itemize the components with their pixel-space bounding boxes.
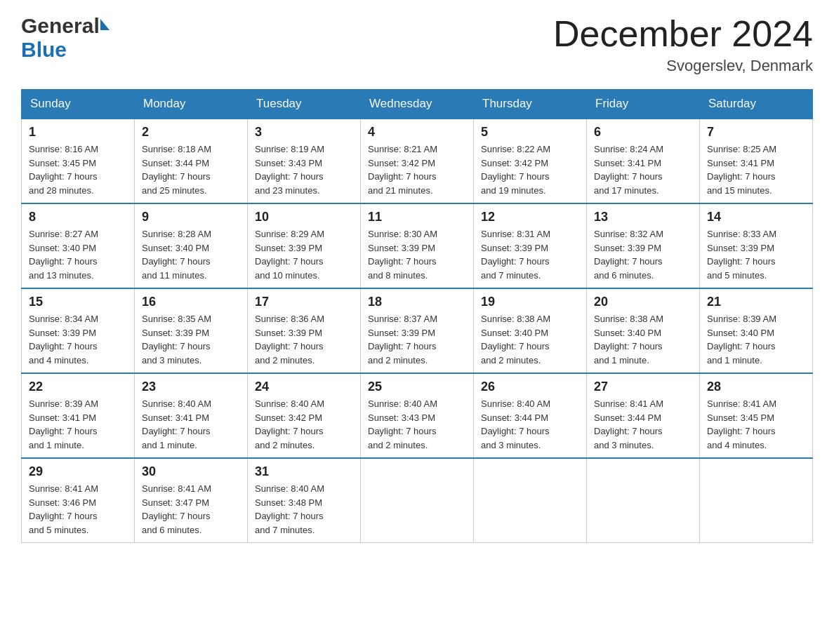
calendar-cell: 20Sunrise: 8:38 AMSunset: 3:40 PMDayligh…	[587, 288, 700, 373]
day-info: Sunrise: 8:36 AMSunset: 3:39 PMDaylight:…	[255, 312, 353, 367]
header-day-sunday: Sunday	[22, 90, 135, 119]
calendar-cell: 18Sunrise: 8:37 AMSunset: 3:39 PMDayligh…	[361, 288, 474, 373]
day-number: 14	[707, 210, 805, 224]
day-info: Sunrise: 8:40 AMSunset: 3:42 PMDaylight:…	[255, 397, 353, 452]
day-info: Sunrise: 8:30 AMSunset: 3:39 PMDaylight:…	[368, 227, 466, 282]
calendar-cell: 16Sunrise: 8:35 AMSunset: 3:39 PMDayligh…	[135, 288, 248, 373]
day-info: Sunrise: 8:41 AMSunset: 3:44 PMDaylight:…	[594, 397, 692, 452]
header-day-monday: Monday	[135, 90, 248, 119]
day-number: 8	[29, 210, 127, 224]
calendar-cell: 6Sunrise: 8:24 AMSunset: 3:41 PMDaylight…	[587, 119, 700, 203]
day-info: Sunrise: 8:22 AMSunset: 3:42 PMDaylight:…	[481, 142, 579, 197]
day-number: 20	[594, 295, 692, 309]
day-number: 26	[481, 380, 579, 394]
day-info: Sunrise: 8:21 AMSunset: 3:42 PMDaylight:…	[368, 142, 466, 197]
calendar-header-row: SundayMondayTuesdayWednesdayThursdayFrid…	[22, 90, 813, 119]
calendar-cell: 15Sunrise: 8:34 AMSunset: 3:39 PMDayligh…	[22, 288, 135, 373]
day-number: 30	[142, 464, 240, 479]
week-row-2: 8Sunrise: 8:27 AMSunset: 3:40 PMDaylight…	[22, 203, 813, 288]
calendar-cell: 3Sunrise: 8:19 AMSunset: 3:43 PMDaylight…	[248, 119, 361, 203]
logo-blue-text: Blue	[21, 38, 67, 62]
header-day-saturday: Saturday	[700, 90, 813, 119]
day-info: Sunrise: 8:27 AMSunset: 3:40 PMDaylight:…	[29, 227, 127, 282]
calendar-table: SundayMondayTuesdayWednesdayThursdayFrid…	[21, 89, 813, 543]
calendar-cell: 17Sunrise: 8:36 AMSunset: 3:39 PMDayligh…	[248, 288, 361, 373]
day-number: 6	[594, 125, 692, 140]
calendar-cell: 25Sunrise: 8:40 AMSunset: 3:43 PMDayligh…	[361, 373, 474, 458]
day-info: Sunrise: 8:40 AMSunset: 3:43 PMDaylight:…	[368, 397, 466, 452]
day-number: 27	[594, 380, 692, 394]
header-day-wednesday: Wednesday	[361, 90, 474, 119]
calendar-cell: 9Sunrise: 8:28 AMSunset: 3:40 PMDaylight…	[135, 203, 248, 288]
day-number: 3	[255, 125, 353, 140]
day-number: 9	[142, 210, 240, 224]
calendar-cell: 7Sunrise: 8:25 AMSunset: 3:41 PMDaylight…	[700, 119, 813, 203]
day-info: Sunrise: 8:35 AMSunset: 3:39 PMDaylight:…	[142, 312, 240, 367]
calendar-cell: 2Sunrise: 8:18 AMSunset: 3:44 PMDaylight…	[135, 119, 248, 203]
day-info: Sunrise: 8:40 AMSunset: 3:41 PMDaylight:…	[142, 397, 240, 452]
day-number: 5	[481, 125, 579, 140]
day-number: 23	[142, 380, 240, 394]
week-row-1: 1Sunrise: 8:16 AMSunset: 3:45 PMDaylight…	[22, 119, 813, 203]
day-info: Sunrise: 8:40 AMSunset: 3:44 PMDaylight:…	[481, 397, 579, 452]
calendar-cell: 11Sunrise: 8:30 AMSunset: 3:39 PMDayligh…	[361, 203, 474, 288]
day-number: 24	[255, 380, 353, 394]
day-number: 11	[368, 210, 466, 224]
day-number: 28	[707, 380, 805, 394]
day-info: Sunrise: 8:16 AMSunset: 3:45 PMDaylight:…	[29, 142, 127, 197]
day-info: Sunrise: 8:39 AMSunset: 3:41 PMDaylight:…	[29, 397, 127, 452]
day-number: 10	[255, 210, 353, 224]
day-number: 1	[29, 125, 127, 140]
day-number: 2	[142, 125, 240, 140]
header-day-tuesday: Tuesday	[248, 90, 361, 119]
day-number: 13	[594, 210, 692, 224]
calendar-cell: 5Sunrise: 8:22 AMSunset: 3:42 PMDaylight…	[474, 119, 587, 203]
page-header: General Blue December 2024 Svogerslev, D…	[21, 14, 813, 75]
day-info: Sunrise: 8:31 AMSunset: 3:39 PMDaylight:…	[481, 227, 579, 282]
day-number: 22	[29, 380, 127, 394]
day-number: 16	[142, 295, 240, 309]
calendar-cell: 22Sunrise: 8:39 AMSunset: 3:41 PMDayligh…	[22, 373, 135, 458]
logo-general-text: General	[21, 14, 100, 38]
day-info: Sunrise: 8:24 AMSunset: 3:41 PMDaylight:…	[594, 142, 692, 197]
title-area: December 2024 Svogerslev, Denmark	[553, 14, 813, 75]
day-info: Sunrise: 8:33 AMSunset: 3:39 PMDaylight:…	[707, 227, 805, 282]
day-number: 15	[29, 295, 127, 309]
day-info: Sunrise: 8:28 AMSunset: 3:40 PMDaylight:…	[142, 227, 240, 282]
calendar-cell: 12Sunrise: 8:31 AMSunset: 3:39 PMDayligh…	[474, 203, 587, 288]
calendar-cell: 29Sunrise: 8:41 AMSunset: 3:46 PMDayligh…	[22, 458, 135, 543]
day-info: Sunrise: 8:32 AMSunset: 3:39 PMDaylight:…	[594, 227, 692, 282]
calendar-cell: 31Sunrise: 8:40 AMSunset: 3:48 PMDayligh…	[248, 458, 361, 543]
calendar-cell: 13Sunrise: 8:32 AMSunset: 3:39 PMDayligh…	[587, 203, 700, 288]
day-number: 17	[255, 295, 353, 309]
header-day-thursday: Thursday	[474, 90, 587, 119]
calendar-cell: 14Sunrise: 8:33 AMSunset: 3:39 PMDayligh…	[700, 203, 813, 288]
calendar-cell: 24Sunrise: 8:40 AMSunset: 3:42 PMDayligh…	[248, 373, 361, 458]
day-info: Sunrise: 8:38 AMSunset: 3:40 PMDaylight:…	[481, 312, 579, 367]
day-number: 25	[368, 380, 466, 394]
calendar-cell: 10Sunrise: 8:29 AMSunset: 3:39 PMDayligh…	[248, 203, 361, 288]
calendar-cell	[587, 458, 700, 543]
day-info: Sunrise: 8:34 AMSunset: 3:39 PMDaylight:…	[29, 312, 127, 367]
calendar-cell: 19Sunrise: 8:38 AMSunset: 3:40 PMDayligh…	[474, 288, 587, 373]
week-row-4: 22Sunrise: 8:39 AMSunset: 3:41 PMDayligh…	[22, 373, 813, 458]
day-info: Sunrise: 8:41 AMSunset: 3:45 PMDaylight:…	[707, 397, 805, 452]
calendar-cell: 21Sunrise: 8:39 AMSunset: 3:40 PMDayligh…	[700, 288, 813, 373]
calendar-cell	[474, 458, 587, 543]
day-number: 4	[368, 125, 466, 140]
calendar-cell: 28Sunrise: 8:41 AMSunset: 3:45 PMDayligh…	[700, 373, 813, 458]
day-number: 31	[255, 464, 353, 479]
header-day-friday: Friday	[587, 90, 700, 119]
day-info: Sunrise: 8:38 AMSunset: 3:40 PMDaylight:…	[594, 312, 692, 367]
day-number: 21	[707, 295, 805, 309]
day-info: Sunrise: 8:41 AMSunset: 3:46 PMDaylight:…	[29, 482, 127, 537]
day-info: Sunrise: 8:25 AMSunset: 3:41 PMDaylight:…	[707, 142, 805, 197]
calendar-cell: 1Sunrise: 8:16 AMSunset: 3:45 PMDaylight…	[22, 119, 135, 203]
day-info: Sunrise: 8:29 AMSunset: 3:39 PMDaylight:…	[255, 227, 353, 282]
day-number: 19	[481, 295, 579, 309]
calendar-cell: 4Sunrise: 8:21 AMSunset: 3:42 PMDaylight…	[361, 119, 474, 203]
calendar-cell: 26Sunrise: 8:40 AMSunset: 3:44 PMDayligh…	[474, 373, 587, 458]
logo-arrow-icon	[100, 19, 110, 30]
calendar-cell: 8Sunrise: 8:27 AMSunset: 3:40 PMDaylight…	[22, 203, 135, 288]
logo: General Blue	[21, 14, 110, 62]
